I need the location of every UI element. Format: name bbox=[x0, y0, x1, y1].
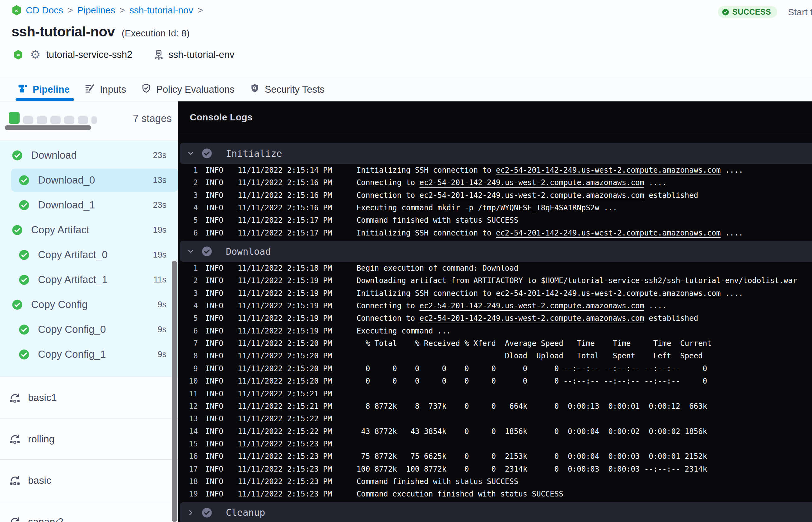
environment-name[interactable]: ssh-tutorial-env bbox=[169, 49, 235, 60]
pipeline-item-basic[interactable]: basic bbox=[0, 460, 178, 501]
stage-duration: 13s bbox=[153, 176, 166, 185]
stage-row-copy-config-0[interactable]: Copy Config_09s bbox=[0, 317, 178, 342]
stage-count: 7 stages bbox=[133, 113, 172, 124]
log-level: INFO bbox=[205, 214, 230, 226]
stage-label: Download_0 bbox=[38, 174, 95, 186]
stage-row-copy-artifact-1[interactable]: Copy Artifact_111s bbox=[0, 267, 178, 292]
svg-text:∞: ∞ bbox=[16, 52, 20, 57]
log-line: 4INFO11/11/2022 2:15:16 PMExecuting comm… bbox=[178, 202, 812, 214]
section-header-cleanup[interactable]: Cleanup bbox=[180, 502, 812, 522]
stage-progress-segment bbox=[23, 116, 33, 124]
log-line-number: 13 bbox=[178, 413, 198, 425]
step-success-icon bbox=[202, 148, 212, 159]
log-level: INFO bbox=[205, 488, 230, 500]
log-link[interactable]: ec2-54-201-142-249.us-west-2.compute.ama… bbox=[419, 191, 644, 200]
log-line-number: 2 bbox=[178, 274, 198, 287]
tab-policy-evaluations[interactable]: Policy Evaluations bbox=[141, 78, 235, 101]
breadcrumb-separator: > bbox=[198, 5, 203, 16]
log-timestamp: 11/11/2022 2:15:17 PM bbox=[238, 227, 333, 239]
log-level: INFO bbox=[205, 202, 230, 214]
log-message: 0 0 0 0 0 0 0 0 --:--:-- --:--:-- --:--:… bbox=[357, 375, 707, 387]
tab-security-tests[interactable]: Security Tests bbox=[249, 78, 324, 101]
log-message: Command finished with status SUCCESS bbox=[357, 475, 518, 488]
pipeline-item-canary2[interactable]: canary2 bbox=[0, 501, 178, 522]
execution-id: (Execution Id: 8) bbox=[122, 28, 189, 39]
section-header-initialize[interactable]: Initialize bbox=[180, 143, 812, 164]
breadcrumb-separator: > bbox=[67, 5, 73, 16]
log-line: 5INFO11/11/2022 2:15:19 PMConnection to … bbox=[178, 312, 812, 324]
tab-label: Security Tests bbox=[265, 84, 324, 95]
log-message: % Total % Received % Xferd Average Speed… bbox=[357, 337, 712, 350]
log-line-number: 14 bbox=[178, 425, 198, 438]
stage-row-copy-config-1[interactable]: Copy Config_19s bbox=[0, 342, 178, 367]
success-icon bbox=[19, 324, 29, 335]
log-level: INFO bbox=[205, 475, 230, 488]
log-link[interactable]: ec2-54-201-142-249.us-west-2.compute.ama… bbox=[496, 289, 720, 298]
log-link[interactable]: ec2-54-201-142-249.us-west-2.compute.ama… bbox=[496, 166, 720, 175]
service-name[interactable]: tutorial-service-ssh2 bbox=[46, 49, 132, 60]
redeploy-icon bbox=[9, 433, 21, 445]
log-link[interactable]: ec2-54-201-142-249.us-west-2.compute.ama… bbox=[419, 301, 644, 310]
log-timestamp: 11/11/2022 2:15:16 PM bbox=[238, 189, 333, 202]
log-text: 0 0 0 0 0 0 0 0 --:--:-- --:--:-- --:--:… bbox=[357, 377, 707, 385]
pipeline-label: canary2 bbox=[28, 516, 63, 522]
stage-row-download[interactable]: Download23s bbox=[0, 143, 178, 168]
section-header-download[interactable]: Download bbox=[180, 241, 812, 262]
chevron-down-icon[interactable] bbox=[187, 247, 195, 255]
breadcrumb-link-ssh-tutorial-nov[interactable]: ssh-tutorial-nov bbox=[129, 5, 193, 16]
log-text: Begin execution of command: Download bbox=[357, 264, 518, 273]
pipeline-label: basic1 bbox=[28, 392, 57, 403]
vertical-scrollbar[interactable] bbox=[172, 261, 177, 522]
log-level: INFO bbox=[205, 325, 230, 337]
redeploy-icon bbox=[9, 516, 21, 522]
stage-label: Copy Artifact_0 bbox=[38, 249, 108, 261]
log-line: 2INFO11/11/2022 2:15:19 PMDownloading ar… bbox=[178, 274, 812, 287]
log-line: 16INFO11/11/2022 2:15:23 PM 75 8772k 75 … bbox=[178, 450, 812, 463]
log-level: INFO bbox=[205, 375, 230, 387]
log-line: 11INFO11/11/2022 2:15:21 PM bbox=[178, 388, 812, 400]
stage-row-download-0[interactable]: Download_013s bbox=[0, 168, 178, 193]
stage-duration: 9s bbox=[158, 325, 166, 335]
log-line-number: 1 bbox=[178, 164, 198, 176]
log-message: Begin execution of command: Download bbox=[357, 262, 518, 274]
log-text: Connection to bbox=[357, 191, 419, 200]
horizontal-scrollbar[interactable] bbox=[5, 125, 91, 130]
log-text: Initializing SSH connection to bbox=[357, 229, 496, 237]
tab-pipeline[interactable]: Pipeline bbox=[17, 78, 70, 101]
log-line: 4INFO11/11/2022 2:15:19 PMConnecting to … bbox=[178, 300, 812, 312]
stage-row-download-1[interactable]: Download_123s bbox=[0, 193, 178, 218]
success-icon bbox=[19, 200, 29, 210]
page-header: ∞ CD Docs>Pipelines>ssh-tutorial-nov> SU… bbox=[0, 0, 812, 78]
log-timestamp: 11/11/2022 2:15:20 PM bbox=[238, 350, 333, 362]
security-icon bbox=[249, 83, 260, 96]
tab-inputs[interactable]: Inputs bbox=[85, 78, 126, 101]
status-label: SUCCESS bbox=[732, 7, 771, 17]
pipeline-item-basic1[interactable]: basic1 bbox=[0, 377, 178, 418]
log-timestamp: 11/11/2022 2:15:16 PM bbox=[238, 176, 333, 189]
log-timestamp: 11/11/2022 2:15:21 PM bbox=[238, 388, 333, 400]
log-link[interactable]: ec2-54-201-142-249.us-west-2.compute.ama… bbox=[496, 229, 720, 237]
stage-row-copy-artifact-0[interactable]: Copy Artifact_019s bbox=[0, 242, 178, 267]
stage-row-copy-artifact[interactable]: Copy Artifact19s bbox=[0, 218, 178, 242]
chevron-down-icon[interactable] bbox=[187, 149, 195, 157]
log-link[interactable]: ec2-54-201-142-249.us-west-2.compute.ama… bbox=[419, 178, 644, 187]
log-timestamp: 11/11/2022 2:15:20 PM bbox=[238, 375, 333, 387]
chevron-right-icon[interactable] bbox=[187, 509, 195, 517]
log-line: 1INFO11/11/2022 2:15:18 PMBegin executio… bbox=[178, 262, 812, 274]
breadcrumb-link-cd-docs[interactable]: CD Docs bbox=[26, 5, 63, 16]
log-line-number: 5 bbox=[178, 214, 198, 226]
breadcrumb: ∞ CD Docs>Pipelines>ssh-tutorial-nov> bbox=[12, 5, 203, 16]
console-log: Initialize1INFO11/11/2022 2:15:14 PMInit… bbox=[178, 133, 812, 522]
status-area: SUCCESS Start time bbox=[718, 6, 812, 18]
pipeline-item-rolling[interactable]: rolling bbox=[0, 418, 178, 460]
log-level: INFO bbox=[205, 362, 230, 375]
stage-duration: 11s bbox=[154, 275, 166, 285]
log-level: INFO bbox=[205, 274, 230, 287]
breadcrumb-link-pipelines[interactable]: Pipelines bbox=[78, 5, 116, 16]
log-line: 3INFO11/11/2022 2:15:16 PMConnection to … bbox=[178, 189, 812, 202]
log-timestamp: 11/11/2022 2:15:22 PM bbox=[238, 425, 333, 438]
log-link[interactable]: ec2-54-201-142-249.us-west-2.compute.ama… bbox=[419, 314, 644, 323]
log-line: 17INFO11/11/2022 2:15:23 PM100 8772k 100… bbox=[178, 463, 812, 475]
stage-row-copy-config[interactable]: Copy Config9s bbox=[0, 292, 178, 317]
breadcrumb-separator: > bbox=[120, 5, 125, 16]
